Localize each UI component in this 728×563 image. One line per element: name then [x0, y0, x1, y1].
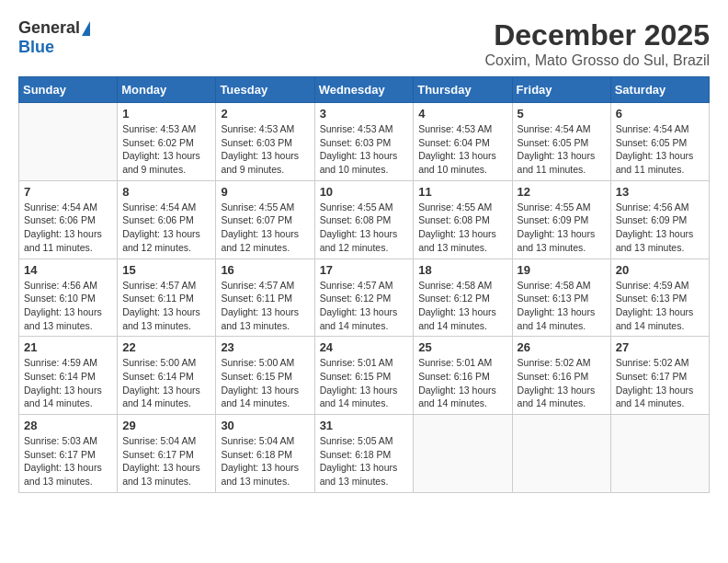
calendar-day-cell: 22Sunrise: 5:00 AMSunset: 6:14 PMDayligh…: [118, 337, 216, 415]
calendar-day-cell: 20Sunrise: 4:59 AMSunset: 6:13 PMDayligh…: [610, 259, 709, 337]
calendar-day-cell: 21Sunrise: 4:59 AMSunset: 6:14 PMDayligh…: [19, 337, 118, 415]
day-number: 14: [24, 263, 112, 277]
day-info: Sunrise: 4:53 AMSunset: 6:03 PMDaylight:…: [221, 122, 309, 177]
calendar-day-cell: [19, 103, 118, 181]
calendar-day-cell: 16Sunrise: 4:57 AMSunset: 6:11 PMDayligh…: [216, 259, 314, 337]
calendar-week-row: 7Sunrise: 4:54 AMSunset: 6:06 PMDaylight…: [19, 180, 710, 259]
calendar-week-row: 28Sunrise: 5:03 AMSunset: 6:17 PMDayligh…: [19, 415, 710, 493]
day-info: Sunrise: 4:54 AMSunset: 6:06 PMDaylight:…: [24, 201, 112, 255]
day-info: Sunrise: 4:57 AMSunset: 6:12 PMDaylight:…: [320, 279, 409, 333]
day-info: Sunrise: 4:53 AMSunset: 6:03 PMDaylight:…: [320, 122, 409, 177]
day-number: 9: [221, 185, 309, 199]
page-header: General Blue December 2025 Coxim, Mato G…: [18, 18, 710, 69]
calendar-day-cell: 14Sunrise: 4:56 AMSunset: 6:10 PMDayligh…: [19, 259, 118, 337]
day-info: Sunrise: 4:54 AMSunset: 6:06 PMDaylight:…: [122, 201, 210, 255]
day-number: 26: [518, 340, 606, 354]
day-number: 12: [518, 185, 606, 199]
calendar-day-header: Sunday: [19, 77, 118, 103]
day-number: 8: [122, 185, 210, 199]
calendar-day-cell: 27Sunrise: 5:02 AMSunset: 6:17 PMDayligh…: [610, 337, 709, 415]
calendar-day-cell: 3Sunrise: 4:53 AMSunset: 6:03 PMDaylight…: [314, 103, 414, 181]
calendar-day-cell: 2Sunrise: 4:53 AMSunset: 6:03 PMDaylight…: [216, 103, 314, 181]
day-info: Sunrise: 5:01 AMSunset: 6:15 PMDaylight:…: [320, 356, 409, 410]
day-number: 1: [122, 107, 210, 121]
logo-blue-text: Blue: [18, 38, 54, 56]
calendar-day-cell: 15Sunrise: 4:57 AMSunset: 6:11 PMDayligh…: [118, 259, 216, 337]
calendar-day-cell: 7Sunrise: 4:54 AMSunset: 6:06 PMDaylight…: [19, 180, 118, 259]
day-number: 24: [320, 340, 409, 354]
day-number: 16: [221, 263, 309, 277]
day-info: Sunrise: 4:55 AMSunset: 6:08 PMDaylight:…: [320, 201, 409, 255]
day-number: 22: [122, 340, 210, 354]
calendar-day-header: Saturday: [610, 77, 709, 103]
calendar-day-cell: 1Sunrise: 4:53 AMSunset: 6:02 PMDaylight…: [118, 103, 216, 181]
day-info: Sunrise: 4:54 AMSunset: 6:05 PMDaylight:…: [518, 122, 606, 177]
calendar-day-header: Tuesday: [216, 77, 314, 103]
logo-icon: [82, 21, 90, 36]
day-info: Sunrise: 4:53 AMSunset: 6:04 PMDaylight:…: [418, 122, 506, 177]
day-number: 21: [24, 340, 112, 354]
day-info: Sunrise: 4:59 AMSunset: 6:13 PMDaylight:…: [616, 279, 704, 333]
day-info: Sunrise: 5:03 AMSunset: 6:17 PMDaylight:…: [24, 434, 112, 488]
calendar-day-cell: 23Sunrise: 5:00 AMSunset: 6:15 PMDayligh…: [216, 337, 314, 415]
day-info: Sunrise: 5:00 AMSunset: 6:15 PMDaylight:…: [221, 356, 309, 410]
calendar-week-row: 21Sunrise: 4:59 AMSunset: 6:14 PMDayligh…: [19, 337, 710, 415]
calendar-day-cell: 12Sunrise: 4:55 AMSunset: 6:09 PMDayligh…: [512, 180, 610, 259]
day-info: Sunrise: 4:58 AMSunset: 6:12 PMDaylight:…: [418, 279, 506, 333]
calendar-day-cell: [414, 415, 512, 493]
day-info: Sunrise: 4:57 AMSunset: 6:11 PMDaylight:…: [221, 279, 309, 333]
day-info: Sunrise: 4:56 AMSunset: 6:09 PMDaylight:…: [616, 201, 704, 255]
day-number: 4: [418, 107, 506, 121]
day-info: Sunrise: 4:55 AMSunset: 6:09 PMDaylight:…: [518, 201, 606, 255]
calendar-day-cell: 19Sunrise: 4:58 AMSunset: 6:13 PMDayligh…: [512, 259, 610, 337]
calendar-day-header: Thursday: [414, 77, 512, 103]
day-info: Sunrise: 5:05 AMSunset: 6:18 PMDaylight:…: [320, 434, 409, 488]
day-number: 25: [418, 340, 506, 354]
day-number: 31: [320, 419, 409, 432]
calendar-day-cell: 9Sunrise: 4:55 AMSunset: 6:07 PMDaylight…: [216, 180, 314, 259]
day-number: 6: [616, 107, 704, 121]
location: Coxim, Mato Grosso do Sul, Brazil: [484, 52, 710, 69]
month-title: December 2025: [484, 18, 710, 52]
day-info: Sunrise: 5:01 AMSunset: 6:16 PMDaylight:…: [418, 356, 506, 410]
day-number: 20: [616, 263, 704, 277]
day-number: 5: [518, 107, 606, 121]
calendar-day-cell: 13Sunrise: 4:56 AMSunset: 6:09 PMDayligh…: [610, 180, 709, 259]
day-number: 11: [418, 185, 506, 199]
day-info: Sunrise: 4:53 AMSunset: 6:02 PMDaylight:…: [122, 122, 210, 177]
day-number: 7: [24, 185, 112, 199]
calendar-day-cell: 17Sunrise: 4:57 AMSunset: 6:12 PMDayligh…: [314, 259, 414, 337]
calendar-day-cell: 29Sunrise: 5:04 AMSunset: 6:17 PMDayligh…: [118, 415, 216, 493]
day-number: 13: [616, 185, 704, 199]
day-info: Sunrise: 5:04 AMSunset: 6:18 PMDaylight:…: [221, 434, 309, 488]
day-number: 23: [221, 340, 309, 354]
day-number: 15: [122, 263, 210, 277]
calendar-day-header: Wednesday: [314, 77, 414, 103]
day-info: Sunrise: 5:04 AMSunset: 6:17 PMDaylight:…: [122, 434, 210, 488]
day-info: Sunrise: 4:55 AMSunset: 6:08 PMDaylight:…: [418, 201, 506, 255]
calendar-day-cell: 25Sunrise: 5:01 AMSunset: 6:16 PMDayligh…: [414, 337, 512, 415]
day-info: Sunrise: 4:55 AMSunset: 6:07 PMDaylight:…: [221, 201, 309, 255]
day-number: 28: [24, 419, 112, 432]
calendar-day-cell: [512, 415, 610, 493]
day-info: Sunrise: 4:58 AMSunset: 6:13 PMDaylight:…: [518, 279, 606, 333]
day-number: 2: [221, 107, 309, 121]
day-number: 3: [320, 107, 409, 121]
calendar-day-cell: 4Sunrise: 4:53 AMSunset: 6:04 PMDaylight…: [414, 103, 512, 181]
calendar-day-cell: 6Sunrise: 4:54 AMSunset: 6:05 PMDaylight…: [610, 103, 709, 181]
calendar-day-cell: 18Sunrise: 4:58 AMSunset: 6:12 PMDayligh…: [414, 259, 512, 337]
day-info: Sunrise: 4:54 AMSunset: 6:05 PMDaylight:…: [616, 122, 704, 177]
day-info: Sunrise: 4:57 AMSunset: 6:11 PMDaylight:…: [122, 279, 210, 333]
calendar-table: SundayMondayTuesdayWednesdayThursdayFrid…: [18, 76, 710, 493]
day-number: 29: [122, 419, 210, 432]
day-number: 30: [221, 419, 309, 432]
calendar-day-cell: 24Sunrise: 5:01 AMSunset: 6:15 PMDayligh…: [314, 337, 414, 415]
day-number: 10: [320, 185, 409, 199]
calendar-day-cell: 5Sunrise: 4:54 AMSunset: 6:05 PMDaylight…: [512, 103, 610, 181]
calendar-day-header: Monday: [118, 77, 216, 103]
day-info: Sunrise: 5:02 AMSunset: 6:16 PMDaylight:…: [518, 356, 606, 410]
calendar-day-cell: 11Sunrise: 4:55 AMSunset: 6:08 PMDayligh…: [414, 180, 512, 259]
day-number: 18: [418, 263, 506, 277]
day-info: Sunrise: 4:56 AMSunset: 6:10 PMDaylight:…: [24, 279, 112, 333]
day-number: 27: [616, 340, 704, 354]
